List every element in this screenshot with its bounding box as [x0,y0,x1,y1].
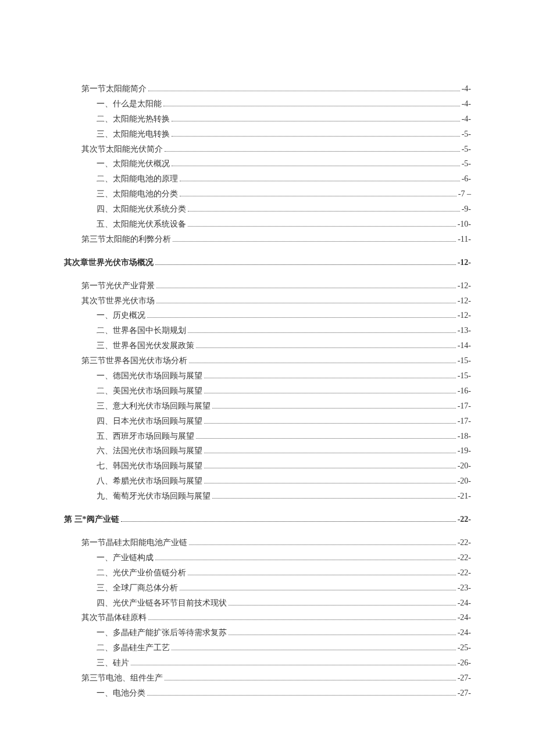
toc-entry-label: 四、日本光伏市场回顾与展望 [97,414,202,429]
toc-entry-label: 第一节太阳能简介 [81,81,147,96]
toc-leader-dots [172,116,460,121]
toc-entry-page: -5- [462,156,471,171]
toc-leader-dots [163,101,460,106]
toc-entry-label: 二、光伏产业价值链分析 [97,565,186,581]
toc-leader-dots [189,539,456,545]
toc-chapter-row: 其次章世界光伏市场概况-12- [64,255,471,270]
toc-entry-row: 其次节晶体硅原料-24- [64,610,471,625]
toc-leader-dots [180,191,456,196]
toc-leader-dots [121,516,456,522]
toc-entry-page: -13- [458,323,471,338]
toc-leader-dots [180,585,456,590]
toc-entry-page: -5- [462,142,471,157]
toc-entry-page: -12- [458,255,471,270]
toc-entry-page: -27- [458,686,471,701]
toc-entry-label: 其次节太阳能光伏简介 [81,142,163,157]
toc-leader-dots [229,629,456,635]
toc-entry-page: -27- [458,671,471,686]
toc-leader-dots [180,176,460,182]
toc-leader-dots [212,493,456,499]
toc-entry-label: 其次节晶体硅原料 [81,610,147,625]
toc-leader-dots [212,403,456,409]
toc-entry-label: 第三节电池、组件生产 [81,671,163,686]
toc-entry-page: -22- [458,550,471,565]
toc-entry-page: -16- [458,384,471,399]
toc-entry-row: 二、太阳能光热转换-4- [64,112,471,127]
toc-entry-label: 其次章世界光伏市场概况 [64,255,154,270]
toc-leader-dots [131,660,456,665]
toc-entry-row: 六、法国光伏市场回顾与展望-19- [64,443,471,458]
toc-leader-dots [204,448,456,454]
toc-entry-label: 第三节世界各国光伏市场分析 [81,353,187,368]
toc-leader-dots [204,418,456,424]
toc-entry-page: -17- [458,414,471,429]
toc-entry-label: 六、法国光伏市场回顾与展望 [97,443,202,458]
toc-entry-row: 第三节世界各国光伏市场分析-15- [64,353,471,368]
toc-entry-page: -22- [458,565,471,581]
toc-entry-row: 七、韩国光伏市场回顾与展望-20- [64,458,471,474]
toc-leader-dots [155,554,456,560]
toc-entry-row: 一、什么是太阳能-4- [64,96,471,112]
toc-entry-label: 一、德国光伏市场回顾与展望 [97,368,202,384]
toc-entry-row: 第一节太阳能简介-4- [64,81,471,96]
toc-entry-row: 第三节电池、组件生产-27- [64,671,471,686]
toc-entry-page: -19- [458,443,471,458]
table-of-contents: 第一节太阳能简介-4-一、什么是太阳能-4-二、太阳能光热转换-4-三、太阳能光… [64,81,471,701]
toc-entry-label: 三、全球厂商总体分析 [97,581,178,596]
toc-entry-label: 三、太阳能光电转换 [97,127,170,142]
toc-entry-label: 其次节世界光伏市场 [81,293,155,309]
toc-entry-label: 一、历史概况 [97,308,145,323]
toc-entry-label: 第一节晶硅太阳能电池产业链 [81,535,187,550]
toc-leader-dots [165,675,456,680]
toc-entry-label: 一、太阳能光伏概况 [97,156,170,171]
toc-entry-label: 三、意大利光伏市场回顾与展望 [97,399,211,414]
toc-entry-label: 九、葡萄牙光伏市场回顾与展望 [97,489,211,504]
toc-entry-row: 九、葡萄牙光伏市场回顾与展望-21- [64,489,471,504]
toc-entry-row: 一、德国光伏市场回顾与展望-15- [64,368,471,384]
toc-leader-dots [156,298,456,303]
toc-entry-label: 第 三*阀产业链 [64,512,119,527]
toc-entry-page: -4- [462,81,471,96]
toc-entry-row: 四、日本光伏市场回顾与展望-17- [64,414,471,429]
toc-entry-row: 三、全球厂商总体分析-23- [64,581,471,596]
toc-leader-dots [196,342,456,348]
toc-leader-dots [147,690,456,696]
toc-entry-label: 五、西班牙市场回顾与展望 [97,429,194,444]
toc-leader-dots [229,600,456,605]
toc-entry-page: -4- [462,96,471,112]
toc-leader-dots [188,328,456,334]
toc-entry-row: 五、太阳能光伏系统设备-10- [64,217,471,232]
toc-entry-label: 第一节光伏产业背景 [81,278,155,293]
toc-entry-row: 第三节太阳能的利弊分析-11- [64,232,471,247]
toc-entry-page: -24- [458,625,471,640]
toc-leader-dots [148,615,456,621]
toc-chapter-row: 第 三*阀产业链-22- [64,512,471,527]
toc-entry-label: 一、什么是太阳能 [97,96,162,112]
toc-entry-label: 八、希腊光伏市场回顾与展望 [97,474,202,489]
toc-leader-dots [188,206,460,212]
toc-entry-row: 八、希腊光伏市场回顾与展望-20- [64,474,471,489]
toc-entry-page: -21- [458,489,471,504]
toc-entry-page: -20- [458,458,471,474]
toc-entry-row: 三、太阳能光电转换-5- [64,127,471,142]
toc-entry-row: 一、电池分类-27- [64,686,471,701]
toc-entry-label: 二、美国光伏市场回顾与展望 [97,384,202,399]
toc-leader-dots [196,433,456,439]
toc-entry-page: -9- [462,202,471,217]
toc-leader-dots [172,161,460,167]
toc-entry-label: 三、太阳能电池的分类 [97,187,178,202]
toc-entry-row: 二、光伏产业价值链分析-22- [64,565,471,581]
toc-entry-row: 其次节世界光伏市场-12- [64,293,471,309]
toc-entry-label: 二、太阳能光热转换 [97,112,170,127]
toc-leader-dots [188,569,456,575]
toc-entry-page: -5- [462,127,471,142]
toc-entry-page: -6- [462,171,471,187]
toc-entry-row: 二、美国光伏市场回顾与展望-16- [64,384,471,399]
toc-entry-row: 一、产业链构成-22- [64,550,471,565]
toc-entry-row: 三、意大利光伏市场回顾与展望-17- [64,399,471,414]
toc-entry-row: 二、世界各国中长期规划-13- [64,323,471,338]
toc-entry-page: -12- [458,293,471,309]
toc-entry-row: 第一节晶硅太阳能电池产业链-22- [64,535,471,550]
toc-entry-label: 二、太阳能电池的原理 [97,171,178,187]
toc-entry-row: 三、太阳能电池的分类-7 – [64,187,471,202]
